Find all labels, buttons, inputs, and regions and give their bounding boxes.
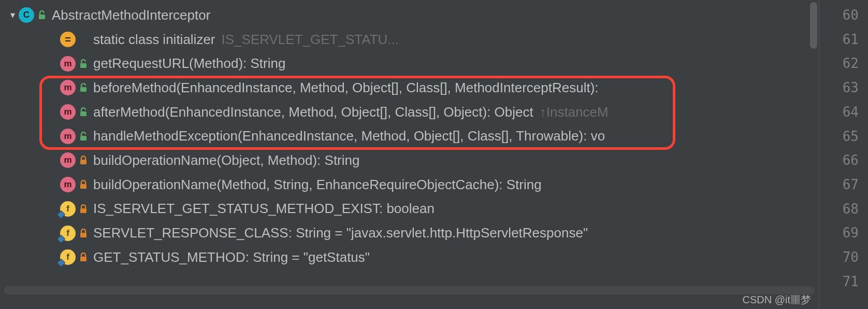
- tree-node-member[interactable]: fIS_SERVLET_GET_STATUS_METHOD_EXIST: boo…: [0, 197, 819, 221]
- line-number: 69: [819, 221, 859, 245]
- visibility-icon: [79, 107, 88, 117]
- visibility-icon: [79, 252, 88, 262]
- svg-rect-0: [39, 15, 45, 19]
- method-icon: m: [60, 177, 76, 192]
- field-icon: f: [60, 201, 76, 217]
- vertical-scrollbar[interactable]: [810, 2, 817, 49]
- visibility-icon: [79, 34, 88, 45]
- visibility-icon: [79, 155, 88, 165]
- node-label: buildOperationName(Method, String, Enhan…: [93, 177, 542, 193]
- line-number: 64: [819, 100, 859, 124]
- field-icon: f: [60, 226, 76, 241]
- line-number: 70: [819, 245, 859, 270]
- svg-rect-1: [80, 63, 86, 68]
- structure-view: ▾ C AbstractMethodInterceptor =static cl…: [0, 0, 868, 309]
- svg-rect-2: [80, 87, 86, 92]
- tree-node-member[interactable]: fGET_STATUS_METHOD: String = "getStatus": [0, 245, 819, 270]
- method-icon: m: [60, 152, 76, 168]
- line-number: 68: [819, 197, 859, 221]
- tree-node-member[interactable]: mgetRequestURL(Method): String: [0, 51, 819, 76]
- line-number: 63: [819, 76, 859, 100]
- visibility-open-icon: [37, 10, 47, 20]
- line-number: 66: [819, 148, 859, 173]
- line-number: 60: [819, 3, 859, 27]
- node-label: AbstractMethodInterceptor: [52, 7, 210, 23]
- node-label: getRequestURL(Method): String: [93, 55, 285, 72]
- tree-panel[interactable]: ▾ C AbstractMethodInterceptor =static cl…: [0, 0, 819, 309]
- node-label: beforeMethod(EnhancedInstance, Method, O…: [93, 80, 599, 96]
- tree-node-member[interactable]: fSERVLET_RESPONSE_CLASS: String = "javax…: [0, 221, 819, 245]
- node-origin-hint: ↑InstanceM: [540, 104, 609, 120]
- watermark-text: CSDN @it噩梦: [742, 293, 811, 307]
- tree-node-member[interactable]: mbeforeMethod(EnhancedInstance, Method, …: [0, 76, 819, 100]
- tree-node-member[interactable]: mbuildOperationName(Method, String, Enha…: [0, 173, 819, 197]
- visibility-icon: [79, 179, 88, 190]
- field-icon: f: [60, 249, 76, 265]
- svg-rect-9: [80, 257, 86, 261]
- svg-rect-8: [80, 233, 86, 237]
- node-label: SERVLET_RESPONSE_CLASS: String = "javax.…: [93, 225, 588, 241]
- tree-node-member[interactable]: mhandleMethodException(EnhancedInstance,…: [0, 124, 819, 148]
- svg-rect-6: [80, 184, 86, 189]
- visibility-icon: [79, 228, 88, 238]
- line-number: 61: [819, 27, 859, 52]
- tree-node-member[interactable]: mafterMethod(EnhancedInstance, Method, O…: [0, 100, 819, 124]
- node-label: handleMethodException(EnhancedInstance, …: [93, 128, 605, 144]
- node-label: afterMethod(EnhancedInstance, Method, Ob…: [93, 104, 533, 120]
- horizontal-scrollbar[interactable]: [4, 286, 815, 294]
- line-number: 65: [819, 124, 859, 149]
- svg-rect-5: [80, 160, 86, 164]
- visibility-icon: [79, 131, 88, 142]
- method-icon: m: [60, 80, 76, 95]
- node-origin-hint: IS_SERVLET_GET_STATU...: [222, 32, 399, 48]
- tree-node-class[interactable]: ▾ C AbstractMethodInterceptor: [0, 3, 819, 27]
- node-label: buildOperationName(Object, Method): Stri…: [93, 152, 359, 168]
- method-icon: m: [60, 129, 76, 144]
- svg-rect-4: [80, 136, 86, 141]
- visibility-icon: [79, 204, 88, 214]
- visibility-icon: [79, 59, 88, 69]
- node-label: static class initializer: [93, 32, 215, 48]
- line-number: 62: [819, 51, 859, 76]
- method-icon: m: [60, 56, 76, 72]
- tree-node-member[interactable]: mbuildOperationName(Object, Method): Str…: [0, 148, 819, 173]
- svg-rect-3: [80, 111, 86, 116]
- line-number: 67: [819, 173, 859, 197]
- method-icon: m: [60, 104, 76, 120]
- class-icon: C: [19, 7, 34, 23]
- initializer-icon: =: [60, 32, 76, 47]
- line-number-gutter: 606162636465666768697071: [819, 0, 868, 309]
- tree-node-member[interactable]: =static class initializerIS_SERVLET_GET_…: [0, 27, 819, 52]
- chevron-down-icon[interactable]: ▾: [6, 9, 19, 21]
- line-number: 71: [819, 270, 859, 294]
- node-label: GET_STATUS_METHOD: String = "getStatus": [93, 249, 370, 265]
- node-label: IS_SERVLET_GET_STATUS_METHOD_EXIST: bool…: [93, 201, 435, 217]
- visibility-icon: [79, 82, 88, 93]
- svg-rect-7: [80, 208, 86, 213]
